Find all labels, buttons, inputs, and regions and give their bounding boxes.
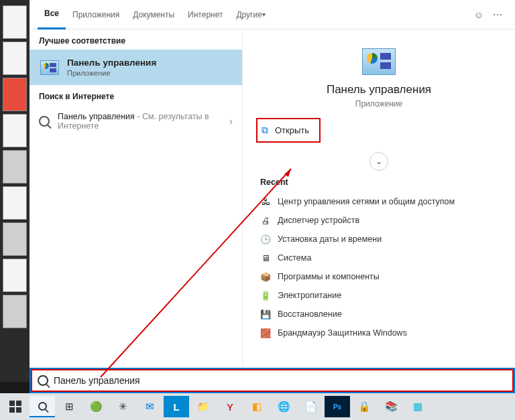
best-match-label: Лучшее соответствие [30, 29, 242, 50]
web-search-label: Поиск в Интернете [30, 85, 242, 105]
recent-item-label: Система [278, 253, 311, 263]
recent-item[interactable]: 💾Восстановление [256, 305, 502, 324]
more-icon[interactable]: ⋯ [488, 9, 507, 20]
svg-rect-0 [9, 401, 15, 406]
taskbar-app[interactable]: ◧ [244, 396, 270, 417]
web-search-text: Панель управления - См. результаты в Инт… [58, 112, 221, 131]
desktop-thumbnails [0, 0, 30, 382]
taskbar-app[interactable]: 🌐 [271, 396, 296, 417]
recent-item[interactable]: 📦Программы и компоненты [256, 267, 502, 286]
search-input[interactable] [54, 375, 507, 386]
control-panel-icon [362, 48, 396, 75]
feedback-icon[interactable]: ☺ [469, 9, 488, 20]
recent-item-icon: 🕒 [260, 234, 271, 244]
taskbar-app[interactable]: Y [217, 396, 243, 417]
taskbar-app[interactable]: 🔒 [351, 396, 377, 417]
thumbnail[interactable] [3, 78, 27, 111]
svg-rect-2 [9, 407, 15, 413]
tab-apps[interactable]: Приложения [66, 0, 126, 29]
control-panel-icon [40, 60, 59, 75]
thumbnail[interactable] [3, 42, 27, 75]
start-button[interactable] [3, 396, 28, 417]
best-match-item[interactable]: Панель управления Приложение [30, 50, 242, 85]
search-icon [38, 375, 48, 386]
chevron-right-icon: › [229, 116, 233, 127]
recent-label: Recent [260, 178, 502, 187]
search-panel: Все Приложения Документы Интернет Другие… [30, 0, 515, 382]
search-bar[interactable] [30, 368, 515, 393]
recent-item-label: Электропитание [278, 291, 341, 300]
taskbar-app[interactable]: 📁 [190, 396, 216, 417]
recent-item-label: Брандмауэр Защитника Windows [278, 328, 407, 338]
recent-item[interactable]: 🕒Установка даты и времени [256, 230, 502, 249]
results-left: Лучшее соответствие Панель управления Пр… [30, 29, 243, 382]
taskbar-app[interactable]: L [164, 396, 189, 417]
thumbnail[interactable] [3, 5, 27, 39]
open-button[interactable]: ⧉ Открыть [256, 118, 321, 143]
recent-item-icon: 🖥 [260, 253, 271, 263]
thumbnail[interactable] [3, 222, 27, 256]
recent-item[interactable]: 🖨Диспетчер устройств [256, 211, 502, 230]
taskbar-app[interactable]: 📄 [298, 396, 323, 417]
recent-item-icon: 💾 [260, 309, 271, 320]
search-tabs: Все Приложения Документы Интернет Другие… [30, 0, 515, 29]
recent-item-icon: 📦 [260, 271, 271, 282]
taskbar: ⊞ 🟢 ✳ ✉ L 📁 Y ◧ 🌐 📄 Ps 🔒 📚 ▦ [0, 393, 515, 420]
tab-web[interactable]: Интернет [181, 0, 229, 29]
taskbar-app[interactable]: ✉ [137, 396, 162, 417]
details-subtitle: Приложение [256, 99, 502, 109]
recent-item-icon: 🖧 [260, 196, 271, 207]
svg-rect-1 [16, 401, 21, 406]
thumbnail[interactable] [3, 295, 27, 328]
thumbnail[interactable] [3, 114, 27, 147]
best-match-title: Панель управления [67, 58, 156, 68]
recent-item[interactable]: 🔋Электропитание [256, 286, 502, 305]
thumbnail[interactable] [3, 259, 27, 292]
recent-item[interactable]: 🧱Брандмауэр Защитника Windows [256, 324, 502, 342]
tab-all[interactable]: Все [38, 0, 66, 29]
taskbar-app[interactable]: ✳ [110, 396, 135, 417]
search-icon [39, 116, 50, 127]
recent-item-label: Программы и компоненты [278, 272, 380, 281]
open-icon: ⧉ [262, 125, 268, 136]
taskbar-search-button[interactable] [30, 396, 55, 417]
tab-more[interactable]: Другие [229, 0, 272, 29]
best-match-subtitle: Приложение [67, 69, 156, 77]
tab-docs[interactable]: Документы [126, 0, 181, 29]
taskbar-app[interactable]: 📚 [378, 396, 404, 417]
recent-item[interactable]: 🖧Центр управления сетями и общим доступо… [256, 192, 502, 211]
svg-rect-3 [16, 407, 21, 413]
details-pane: Панель управления Приложение ⧉ Открыть ⌄… [243, 29, 515, 382]
recent-item-label: Диспетчер устройств [278, 216, 359, 225]
taskbar-app[interactable]: ▦ [405, 396, 431, 417]
details-title: Панель управления [256, 83, 502, 96]
recent-item-label: Центр управления сетями и общим доступом [278, 197, 455, 206]
taskbar-app[interactable]: Ps [325, 396, 350, 417]
recent-item-label: Восстановление [278, 309, 342, 319]
recent-item-icon: 🔋 [260, 290, 271, 301]
expand-button[interactable]: ⌄ [369, 152, 388, 171]
recent-item-label: Установка даты и времени [278, 234, 382, 244]
thumbnail[interactable] [3, 150, 27, 184]
recent-item-icon: 🧱 [260, 328, 271, 338]
recent-item-icon: 🖨 [260, 215, 271, 226]
web-search-item[interactable]: Панель управления - См. результаты в Инт… [30, 105, 242, 137]
task-view-button[interactable]: ⊞ [56, 396, 82, 417]
recent-item[interactable]: 🖥Система [256, 249, 502, 267]
details-hero: Панель управления Приложение [256, 42, 502, 118]
taskbar-app[interactable]: 🟢 [83, 396, 109, 417]
open-label: Открыть [275, 125, 309, 135]
thumbnail[interactable] [3, 186, 27, 220]
